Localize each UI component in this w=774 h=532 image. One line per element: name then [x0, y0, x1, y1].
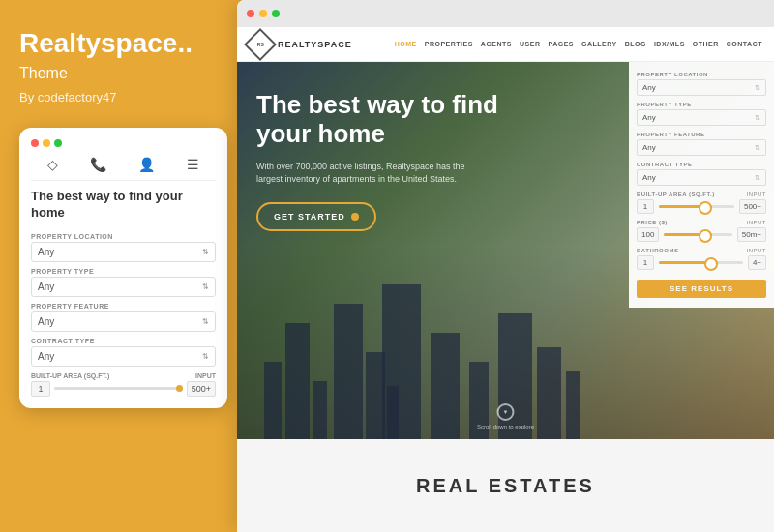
mobile-field-label: PROPERTY TYPE: [31, 268, 216, 275]
website-content: RS REALTYSPACE HOMEPROPERTIESAGENTSUSERP…: [237, 27, 774, 532]
mobile-field-group: PROPERTY LOCATION Any ⇅: [31, 233, 216, 262]
mobile-nav: ◇ 📞 👤 ☰: [31, 157, 216, 181]
mobile-nav-logo-icon: ◇: [47, 157, 58, 172]
mobile-dot-green: [54, 139, 62, 147]
building-11: [537, 347, 561, 439]
search-field-arrow-icon: ⇅: [755, 174, 760, 182]
building-2: [285, 323, 310, 439]
search-field-input[interactable]: Any ⇅: [637, 139, 766, 156]
search-field: CONTRACT TYPE Any ⇅: [637, 162, 766, 186]
site-nav-link-gallery[interactable]: GALLERY: [581, 41, 617, 47]
browser-dot-red: [247, 10, 254, 17]
site-nav-link-pages[interactable]: PAGES: [548, 41, 574, 47]
scroll-text: Scroll down to explore: [477, 424, 534, 429]
search-range-max: 50m+: [737, 227, 766, 242]
mobile-dot-yellow: [43, 139, 50, 147]
mobile-dots: [31, 139, 216, 147]
mobile-field-arrow-icon: ⇅: [202, 317, 209, 326]
search-range-max: 4+: [748, 255, 766, 270]
site-nav-link-idx/mls[interactable]: IDX/MLS: [654, 41, 685, 47]
site-nav-link-other[interactable]: OTHER: [693, 41, 719, 47]
mobile-nav-menu-icon: ☰: [187, 157, 199, 172]
mobile-range-min: 1: [31, 381, 50, 397]
building-1: [264, 362, 282, 439]
search-range-slider[interactable]: [659, 205, 734, 208]
logo-brand: REALTYSPACE: [278, 40, 352, 49]
mobile-field-value: Any: [38, 247, 54, 257]
mobile-built-row: BUILT-UP AREA (SQ.FT.) INPUT: [31, 372, 216, 379]
hero-text-block: The best way to find your home With over…: [256, 91, 508, 231]
mobile-mockup: ◇ 📞 👤 ☰ The best way to find your home P…: [19, 128, 227, 408]
scroll-arrow-icon: ▼: [503, 409, 509, 415]
mobile-field-arrow-icon: ⇅: [202, 248, 209, 256]
theme-subtitle: Theme: [19, 65, 218, 82]
real-estates-title: REAL ESTATES: [416, 475, 595, 497]
browser-bar: [237, 0, 774, 27]
building-8: [431, 333, 460, 439]
search-range-input-label: INPUT: [747, 192, 767, 197]
see-results-button[interactable]: SEE RESULTS: [637, 280, 766, 298]
mobile-field-label: PROPERTY LOCATION: [31, 233, 216, 240]
site-nav-link-agents[interactable]: AGENTS: [481, 41, 512, 47]
search-field: PROPERTY FEATURE Any ⇅: [637, 132, 766, 156]
search-panel: PROPERTY LOCATION Any ⇅ PROPERTY TYPE An…: [629, 62, 774, 308]
site-nav: RS REALTYSPACE HOMEPROPERTIESAGENTSUSERP…: [237, 27, 774, 62]
search-field-value: Any: [642, 173, 656, 182]
search-range-slider[interactable]: [659, 261, 743, 264]
left-panel: Realtyspace.. Theme By codefactory47 ◇ 📞…: [0, 0, 237, 532]
mobile-field-value: Any: [38, 316, 54, 327]
theme-author: By codefactory47: [19, 90, 218, 104]
search-range-group: BUILT-UP AREA (SQ.FT.) INPUT 1 500+: [637, 192, 766, 214]
mobile-field-label: PROPERTY FEATURE: [31, 303, 216, 310]
mobile-field-input[interactable]: Any ⇅: [31, 242, 216, 262]
mobile-range-bar: [54, 387, 183, 390]
search-field-arrow-icon: ⇅: [755, 144, 760, 152]
search-range-header: BUILT-UP AREA (SQ.FT.) INPUT: [637, 192, 766, 197]
search-range-values: 1 4+: [637, 255, 766, 270]
search-range-min: 1: [637, 255, 654, 270]
mobile-built-label: BUILT-UP AREA (SQ.FT.): [31, 372, 109, 379]
search-range-slider[interactable]: [664, 233, 731, 236]
mobile-field-input[interactable]: Any ⇅: [31, 346, 216, 367]
theme-title: Realtyspace..: [19, 29, 218, 59]
mobile-hero-text: The best way to find your home: [31, 189, 216, 222]
site-nav-logo: RS REALTYSPACE: [249, 33, 352, 56]
search-range-group: BATHROOMS INPUT 1 4+: [637, 248, 766, 270]
hero-headline: The best way to find your home: [256, 91, 508, 149]
search-field-input[interactable]: Any ⇅: [637, 169, 766, 186]
scroll-indicator: ▼ Scroll down to explore: [477, 403, 534, 429]
mobile-field-input[interactable]: Any ⇅: [31, 277, 216, 297]
mobile-field-group: PROPERTY TYPE Any ⇅: [31, 268, 216, 297]
search-range-input-label: INPUT: [747, 248, 767, 253]
hero-cta-button[interactable]: GET STARTED: [256, 202, 376, 231]
mobile-field-value: Any: [38, 351, 54, 362]
search-field-label: PROPERTY FEATURE: [637, 132, 766, 137]
building-7: [382, 284, 421, 439]
mobile-field-arrow-icon: ⇅: [202, 352, 209, 361]
site-nav-link-home[interactable]: HOME: [395, 41, 417, 47]
building-3: [313, 381, 327, 439]
search-range-group: PRICE ($) INPUT 100 50m+: [637, 220, 766, 242]
search-range-label: BATHROOMS: [637, 248, 678, 253]
mobile-field-label: CONTRACT TYPE: [31, 338, 216, 344]
hero-cta-dot-icon: [351, 213, 359, 221]
site-nav-link-contact[interactable]: CONTACT: [727, 41, 762, 47]
building-12: [566, 371, 580, 439]
site-nav-link-blog[interactable]: BLOG: [625, 41, 646, 47]
right-panel: RS REALTYSPACE HOMEPROPERTIESAGENTSUSERP…: [237, 0, 774, 532]
search-range-header: PRICE ($) INPUT: [637, 220, 766, 225]
logo-initials: RS: [257, 41, 264, 46]
mobile-field-input[interactable]: Any ⇅: [31, 311, 216, 332]
site-nav-link-user[interactable]: USER: [520, 41, 540, 47]
mobile-fields: PROPERTY LOCATION Any ⇅ PROPERTY TYPE An…: [31, 233, 216, 367]
search-field-value: Any: [642, 83, 656, 92]
search-field-arrow-icon: ⇅: [755, 114, 760, 122]
search-field: PROPERTY LOCATION Any ⇅: [637, 72, 766, 96]
search-field-input[interactable]: Any ⇅: [637, 79, 766, 96]
mobile-range-row: 1 500+: [31, 381, 216, 397]
search-range-min: 1: [637, 199, 654, 214]
search-field-input[interactable]: Any ⇅: [637, 109, 766, 126]
search-field-label: CONTRACT TYPE: [637, 162, 766, 167]
search-range-values: 1 500+: [637, 199, 766, 214]
site-nav-link-properties[interactable]: PROPERTIES: [425, 41, 473, 47]
